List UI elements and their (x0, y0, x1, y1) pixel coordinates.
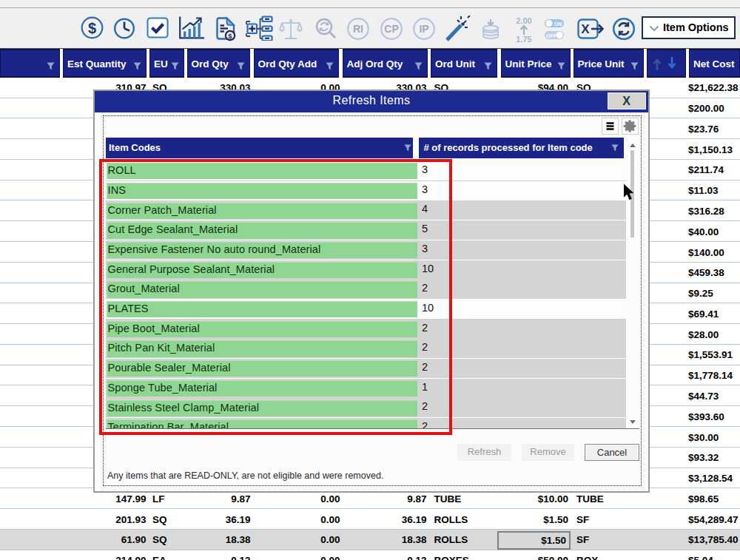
svg-text:OFF: OFF (546, 33, 557, 38)
svg-text:RI: RI (353, 23, 363, 35)
svg-text:$: $ (88, 20, 96, 36)
svg-text:1.75: 1.75 (516, 35, 531, 43)
svg-text:$: $ (228, 32, 232, 40)
svg-text:CP: CP (384, 23, 398, 35)
svg-text:2.00: 2.00 (516, 16, 531, 25)
svg-text:ON: ON (554, 21, 562, 27)
svg-text:IP: IP (419, 23, 428, 35)
svg-text:X: X (581, 22, 590, 36)
